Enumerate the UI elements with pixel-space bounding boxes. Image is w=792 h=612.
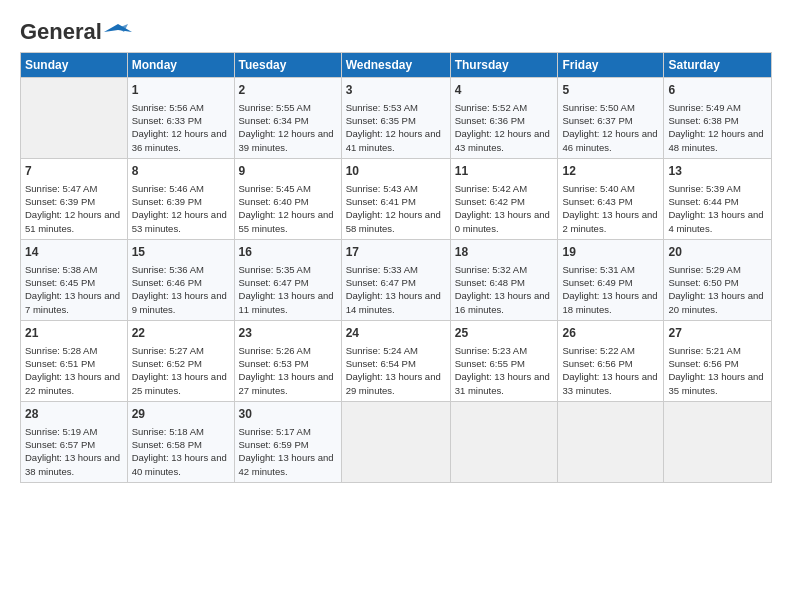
sunrise-text: Sunrise: 5:29 AM: [668, 264, 740, 275]
daylight-text: Daylight: 12 hours and 51 minutes.: [25, 209, 120, 233]
calendar-cell: 2Sunrise: 5:55 AMSunset: 6:34 PMDaylight…: [234, 78, 341, 159]
header: General: [20, 18, 772, 42]
sunset-text: Sunset: 6:43 PM: [562, 196, 632, 207]
day-number: 30: [239, 406, 337, 423]
daylight-text: Daylight: 12 hours and 58 minutes.: [346, 209, 441, 233]
calendar-cell: 6Sunrise: 5:49 AMSunset: 6:38 PMDaylight…: [664, 78, 772, 159]
calendar-cell: [558, 401, 664, 482]
day-number: 2: [239, 82, 337, 99]
calendar-week-row: 7Sunrise: 5:47 AMSunset: 6:39 PMDaylight…: [21, 158, 772, 239]
calendar-cell: 30Sunrise: 5:17 AMSunset: 6:59 PMDayligh…: [234, 401, 341, 482]
calendar-cell: 7Sunrise: 5:47 AMSunset: 6:39 PMDaylight…: [21, 158, 128, 239]
day-number: 9: [239, 163, 337, 180]
daylight-text: Daylight: 13 hours and 22 minutes.: [25, 371, 120, 395]
calendar-cell: 26Sunrise: 5:22 AMSunset: 6:56 PMDayligh…: [558, 320, 664, 401]
calendar-cell: [341, 401, 450, 482]
day-number: 28: [25, 406, 123, 423]
day-number: 20: [668, 244, 767, 261]
calendar-cell: 24Sunrise: 5:24 AMSunset: 6:54 PMDayligh…: [341, 320, 450, 401]
daylight-text: Daylight: 12 hours and 46 minutes.: [562, 128, 657, 152]
sunset-text: Sunset: 6:56 PM: [562, 358, 632, 369]
sunrise-text: Sunrise: 5:27 AM: [132, 345, 204, 356]
day-of-week-header: Tuesday: [234, 53, 341, 78]
calendar-cell: [450, 401, 558, 482]
sunset-text: Sunset: 6:40 PM: [239, 196, 309, 207]
calendar-cell: 22Sunrise: 5:27 AMSunset: 6:52 PMDayligh…: [127, 320, 234, 401]
sunset-text: Sunset: 6:46 PM: [132, 277, 202, 288]
day-of-week-header: Wednesday: [341, 53, 450, 78]
daylight-text: Daylight: 13 hours and 7 minutes.: [25, 290, 120, 314]
daylight-text: Daylight: 13 hours and 25 minutes.: [132, 371, 227, 395]
calendar-cell: 21Sunrise: 5:28 AMSunset: 6:51 PMDayligh…: [21, 320, 128, 401]
day-of-week-header: Friday: [558, 53, 664, 78]
calendar-cell: 14Sunrise: 5:38 AMSunset: 6:45 PMDayligh…: [21, 239, 128, 320]
daylight-text: Daylight: 12 hours and 43 minutes.: [455, 128, 550, 152]
day-number: 12: [562, 163, 659, 180]
sunset-text: Sunset: 6:45 PM: [25, 277, 95, 288]
daylight-text: Daylight: 13 hours and 33 minutes.: [562, 371, 657, 395]
sunset-text: Sunset: 6:39 PM: [132, 196, 202, 207]
daylight-text: Daylight: 12 hours and 39 minutes.: [239, 128, 334, 152]
calendar-cell: [21, 78, 128, 159]
calendar-header-row: SundayMondayTuesdayWednesdayThursdayFrid…: [21, 53, 772, 78]
sunset-text: Sunset: 6:56 PM: [668, 358, 738, 369]
sunrise-text: Sunrise: 5:43 AM: [346, 183, 418, 194]
calendar-cell: 9Sunrise: 5:45 AMSunset: 6:40 PMDaylight…: [234, 158, 341, 239]
day-number: 8: [132, 163, 230, 180]
calendar-cell: 23Sunrise: 5:26 AMSunset: 6:53 PMDayligh…: [234, 320, 341, 401]
sunrise-text: Sunrise: 5:18 AM: [132, 426, 204, 437]
day-number: 15: [132, 244, 230, 261]
sunrise-text: Sunrise: 5:56 AM: [132, 102, 204, 113]
daylight-text: Daylight: 12 hours and 48 minutes.: [668, 128, 763, 152]
calendar-cell: 15Sunrise: 5:36 AMSunset: 6:46 PMDayligh…: [127, 239, 234, 320]
day-number: 4: [455, 82, 554, 99]
sunset-text: Sunset: 6:38 PM: [668, 115, 738, 126]
calendar-cell: 28Sunrise: 5:19 AMSunset: 6:57 PMDayligh…: [21, 401, 128, 482]
calendar-cell: 12Sunrise: 5:40 AMSunset: 6:43 PMDayligh…: [558, 158, 664, 239]
sunrise-text: Sunrise: 5:42 AM: [455, 183, 527, 194]
daylight-text: Daylight: 13 hours and 2 minutes.: [562, 209, 657, 233]
day-number: 29: [132, 406, 230, 423]
daylight-text: Daylight: 13 hours and 42 minutes.: [239, 452, 334, 476]
daylight-text: Daylight: 13 hours and 38 minutes.: [25, 452, 120, 476]
sunrise-text: Sunrise: 5:31 AM: [562, 264, 634, 275]
sunrise-text: Sunrise: 5:21 AM: [668, 345, 740, 356]
sunrise-text: Sunrise: 5:35 AM: [239, 264, 311, 275]
daylight-text: Daylight: 13 hours and 35 minutes.: [668, 371, 763, 395]
calendar-cell: 27Sunrise: 5:21 AMSunset: 6:56 PMDayligh…: [664, 320, 772, 401]
daylight-text: Daylight: 13 hours and 20 minutes.: [668, 290, 763, 314]
sunset-text: Sunset: 6:49 PM: [562, 277, 632, 288]
day-number: 11: [455, 163, 554, 180]
day-of-week-header: Monday: [127, 53, 234, 78]
day-number: 14: [25, 244, 123, 261]
calendar-cell: 11Sunrise: 5:42 AMSunset: 6:42 PMDayligh…: [450, 158, 558, 239]
day-of-week-header: Thursday: [450, 53, 558, 78]
calendar-cell: 5Sunrise: 5:50 AMSunset: 6:37 PMDaylight…: [558, 78, 664, 159]
daylight-text: Daylight: 13 hours and 29 minutes.: [346, 371, 441, 395]
sunrise-text: Sunrise: 5:47 AM: [25, 183, 97, 194]
daylight-text: Daylight: 12 hours and 53 minutes.: [132, 209, 227, 233]
logo-general: General: [20, 19, 102, 45]
day-number: 25: [455, 325, 554, 342]
day-number: 16: [239, 244, 337, 261]
sunset-text: Sunset: 6:34 PM: [239, 115, 309, 126]
calendar-week-row: 21Sunrise: 5:28 AMSunset: 6:51 PMDayligh…: [21, 320, 772, 401]
sunset-text: Sunset: 6:39 PM: [25, 196, 95, 207]
day-number: 21: [25, 325, 123, 342]
day-number: 13: [668, 163, 767, 180]
sunrise-text: Sunrise: 5:26 AM: [239, 345, 311, 356]
sunset-text: Sunset: 6:41 PM: [346, 196, 416, 207]
sunrise-text: Sunrise: 5:39 AM: [668, 183, 740, 194]
sunset-text: Sunset: 6:44 PM: [668, 196, 738, 207]
day-of-week-header: Sunday: [21, 53, 128, 78]
sunrise-text: Sunrise: 5:33 AM: [346, 264, 418, 275]
calendar-week-row: 28Sunrise: 5:19 AMSunset: 6:57 PMDayligh…: [21, 401, 772, 482]
sunrise-text: Sunrise: 5:19 AM: [25, 426, 97, 437]
sunrise-text: Sunrise: 5:36 AM: [132, 264, 204, 275]
calendar-cell: 3Sunrise: 5:53 AMSunset: 6:35 PMDaylight…: [341, 78, 450, 159]
sunset-text: Sunset: 6:57 PM: [25, 439, 95, 450]
day-number: 1: [132, 82, 230, 99]
calendar-week-row: 14Sunrise: 5:38 AMSunset: 6:45 PMDayligh…: [21, 239, 772, 320]
sunset-text: Sunset: 6:58 PM: [132, 439, 202, 450]
calendar-cell: 18Sunrise: 5:32 AMSunset: 6:48 PMDayligh…: [450, 239, 558, 320]
